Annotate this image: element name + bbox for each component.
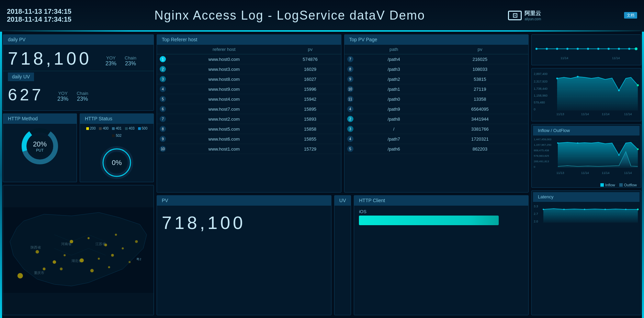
inflow-outflow-title: Inflow / OutFlow [533,126,640,135]
main-content: daily PV 718,100 YOY 23% Chain 23% daily… [0,32,644,318]
svg-text:1,158,960: 1,158,960 [534,94,547,97]
pv-cell: 15858 [280,124,341,134]
path-cell: / [356,124,432,134]
rank-cell: 4 [157,84,169,94]
svg-point-85 [557,142,558,144]
host-cell: www.host7.com [169,104,280,114]
svg-point-44 [577,48,579,50]
host-cell: www.host1.com [169,144,280,154]
svg-point-25 [80,258,84,262]
legend-color-dot [86,127,89,130]
pv-page-col2: pv [432,45,528,54]
svg-point-42 [556,48,558,50]
svg-text:11/14: 11/14 [602,112,610,116]
header-times: 2018-11-13 17:34:15 2018-11-14 17:34:15 [7,8,71,23]
rank-cell: 2 [157,64,169,74]
top-pv-page-panel: Top PV Page path pv 7 /path4 216025 8 /p… [344,34,529,193]
legend-item: 400 [99,127,109,130]
rank-badge: 6 [160,106,166,112]
doc-badge[interactable]: 文档 [624,12,637,19]
pv-cell: 3381766 [432,124,528,134]
header-title: Nginx Access Log - LogService dataV Demo [154,8,425,23]
pv-cell: 6564095 [432,104,528,114]
svg-text:11/14: 11/14 [561,56,568,60]
pv-chain-label: Chain [125,55,136,61]
pv-chain-value: 23% [125,61,136,67]
rank-badge: 1 [160,56,166,62]
pv-cell: 15729 [280,144,341,154]
svg-text:11/13: 11/13 [556,171,564,175]
inflow-dot [600,183,604,187]
center-top: Top Referer host referer host pv 1 www.h… [157,34,529,193]
table-row: 4 www.host9.com 15996 [157,84,341,94]
latency-title: Latency [533,192,640,202]
legend-label: 502 [116,134,122,138]
rank-badge: 5 [347,146,353,152]
http-method-donut: 20% PUT [3,124,77,168]
inflow-outflow-panel: Inflow / OutFlow 1,447,459,063 1,157,967… [531,124,641,188]
svg-point-102 [605,209,606,210]
svg-point-41 [546,48,548,50]
outflow-dot [619,183,623,187]
table-row: 5 /path6 862203 [344,144,529,154]
path-cell: /path0 [356,94,432,104]
path-cell: /path7 [356,134,432,144]
rank-cell: 9 [344,74,356,84]
rank-cell: 7 [344,54,356,64]
time2: 2018-11-14 17:34:15 [7,15,71,23]
http-client-title: HTTP Client [354,196,528,206]
uv-bottom-title: UV [335,196,351,206]
col-left: daily PV 718,100 YOY 23% Chain 23% daily… [3,34,154,315]
svg-point-27 [111,254,114,256]
rank-badge: 7 [347,56,353,62]
uv-bottom-panel: UV [334,195,351,315]
pv-bottom-panel: PV 718,100 [157,195,331,315]
pv-cell: 574876 [280,54,341,64]
rank-cell: 8 [157,124,169,134]
header: 2018-11-13 17:34:15 2018-11-14 17:34:15 … [0,0,644,31]
host-cell: www.host8.com [169,74,280,84]
legend-item: 401 [112,127,122,130]
svg-text:868,475,438: 868,475,438 [534,149,549,152]
legend-label: 200 [90,127,96,130]
http-method-panel: HTTP Method 20% PUT [3,113,77,182]
table-row: 2 /path8 3441944 [344,114,529,124]
legend-label: 401 [116,127,122,130]
table-row: 10 www.host1.com 15729 [157,144,341,154]
svg-text:3.3: 3.3 [534,205,538,208]
uv-chain-value: 23% [77,96,88,102]
svg-point-29 [43,267,45,270]
rank-cell: 8 [344,64,356,74]
daily-uv-title: daily UV [8,73,34,81]
rank-badge: 4 [347,106,353,112]
rank-badge: 9 [160,136,166,142]
legend-label: 500 [142,127,148,130]
referer-col2: pv [280,45,341,54]
map-bg: 陕西省 河南省 湖北省 江苏省 重庆市 [3,185,154,315]
aliyun-logo-icon: ⊡ [508,11,522,20]
svg-point-101 [584,209,585,210]
top-pv-title: Top PV Page [344,35,529,45]
col-right: 11/14 11/14 2,897,400 2,317,920 1,738,44… [531,34,641,315]
svg-point-67 [618,90,620,91]
method-status-row: HTTP Method 20% PUT [3,113,154,182]
pv-cell: 15996 [280,84,341,94]
svg-text:河南省: 河南省 [61,242,71,246]
svg-text:1,157,967,250: 1,157,967,250 [534,143,552,146]
table-row: 6 www.host7.com 15895 [157,104,341,114]
daily-pv-value: 718,100 [8,48,92,69]
svg-point-86 [577,142,578,144]
svg-point-36 [115,234,117,236]
svg-point-22 [104,244,107,246]
pv-cell: 15893 [280,114,341,124]
svg-text:579,480: 579,480 [534,101,545,104]
svg-point-23 [64,254,66,256]
ios-bar-container: iOS [354,206,528,229]
rank-cell: 4 [344,134,356,144]
pv-cell: 13358 [432,94,528,104]
svg-point-40 [535,48,538,50]
svg-text:2.0: 2.0 [534,220,538,223]
http-status-donut: 0% [80,140,154,185]
svg-point-33 [108,266,110,268]
pv-cell: 3441944 [432,114,528,124]
